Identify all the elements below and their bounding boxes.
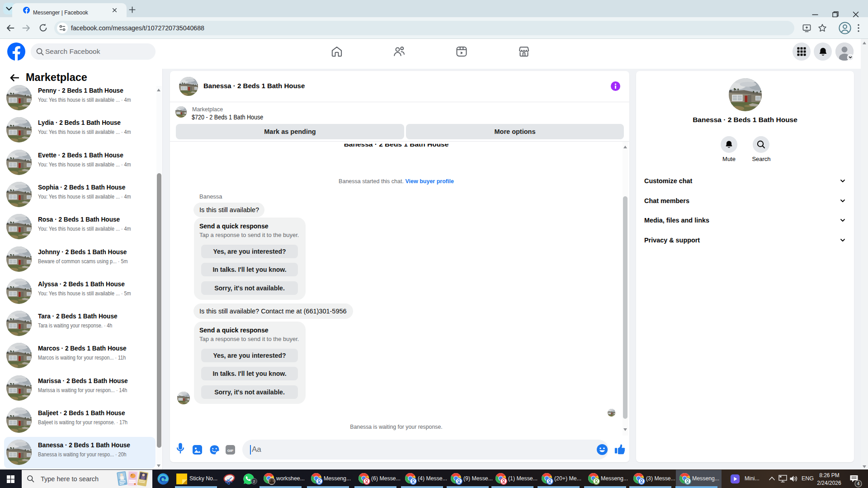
svg-text:GIF: GIF — [227, 449, 233, 453]
svg-text:2: 2 — [253, 479, 255, 483]
svg-text:4: 4 — [857, 481, 860, 486]
